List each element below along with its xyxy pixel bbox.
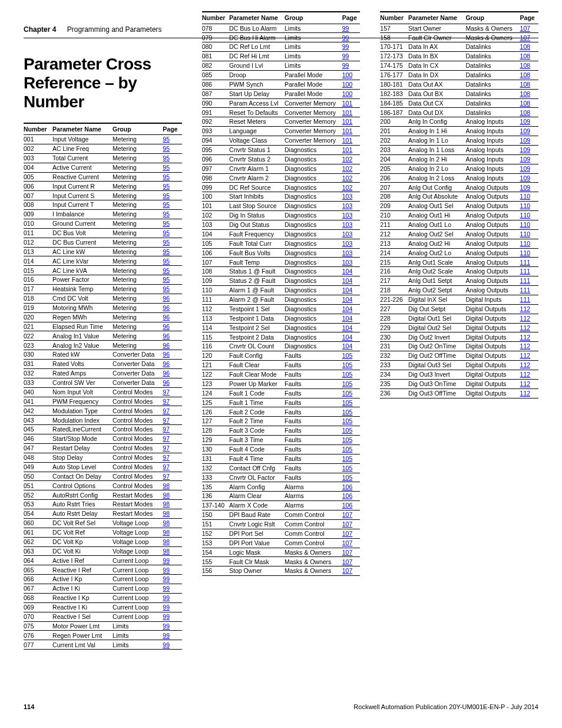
- page-link[interactable]: 112: [520, 334, 531, 341]
- page-link[interactable]: 108: [520, 62, 531, 69]
- page-link[interactable]: 105: [342, 352, 353, 359]
- page-link[interactable]: 95: [163, 248, 170, 255]
- page-link[interactable]: 95: [163, 201, 170, 208]
- page-link[interactable]: 95: [163, 285, 170, 292]
- page-link[interactable]: 101: [342, 146, 353, 153]
- page-link[interactable]: 105: [342, 361, 353, 368]
- page-link[interactable]: 97: [163, 388, 170, 396]
- page-link[interactable]: 108: [520, 109, 531, 116]
- page-link[interactable]: 99: [163, 575, 170, 582]
- page-link[interactable]: 105: [342, 399, 353, 406]
- page-link[interactable]: 96: [163, 370, 170, 377]
- page-link[interactable]: 96: [163, 314, 170, 321]
- page-link[interactable]: 99: [163, 604, 170, 611]
- page-link[interactable]: 95: [163, 154, 170, 162]
- page-link[interactable]: 109: [520, 118, 531, 125]
- page-link[interactable]: 112: [520, 305, 531, 312]
- page-link[interactable]: 107: [520, 34, 531, 41]
- page-link[interactable]: 104: [342, 296, 353, 303]
- page-link[interactable]: 99: [342, 43, 349, 50]
- page-link[interactable]: 97: [163, 426, 170, 433]
- page-link[interactable]: 112: [520, 315, 531, 322]
- page-link[interactable]: 109: [520, 156, 531, 163]
- page-link[interactable]: 105: [342, 465, 353, 472]
- page-link[interactable]: 95: [163, 276, 170, 283]
- page-link[interactable]: 95: [163, 145, 170, 152]
- page-link[interactable]: 109: [520, 174, 531, 182]
- page-link[interactable]: 107: [520, 25, 531, 32]
- page-link[interactable]: 99: [163, 557, 170, 564]
- page-link[interactable]: 95: [163, 192, 170, 199]
- page-link[interactable]: 112: [520, 380, 531, 387]
- page-link[interactable]: 111: [520, 277, 531, 284]
- page-link[interactable]: 98: [163, 500, 170, 508]
- page-link[interactable]: 110: [520, 230, 531, 238]
- page-link[interactable]: 97: [163, 473, 170, 480]
- page-link[interactable]: 108: [520, 43, 531, 50]
- page-link[interactable]: 98: [163, 519, 170, 526]
- page-link[interactable]: 95: [163, 220, 170, 227]
- page-link[interactable]: 97: [163, 435, 170, 442]
- page-link[interactable]: 97: [163, 407, 170, 414]
- page-link[interactable]: 108: [520, 52, 531, 60]
- page-link[interactable]: 101: [342, 137, 353, 144]
- page-link[interactable]: 99: [342, 34, 349, 41]
- page-link[interactable]: 99: [342, 52, 349, 60]
- page-link[interactable]: 95: [163, 210, 170, 218]
- page-link[interactable]: 102: [342, 165, 353, 172]
- page-link[interactable]: 109: [520, 165, 531, 172]
- page-link[interactable]: 100: [342, 71, 353, 78]
- page-link[interactable]: 96: [163, 342, 170, 349]
- page-link[interactable]: 110: [520, 202, 531, 209]
- page-link[interactable]: 98: [163, 529, 170, 536]
- page-link[interactable]: 110: [520, 240, 531, 247]
- page-link[interactable]: 112: [520, 371, 531, 378]
- page-link[interactable]: 95: [163, 229, 170, 236]
- page-link[interactable]: 103: [342, 259, 353, 266]
- page-link[interactable]: 99: [342, 25, 349, 32]
- page-link[interactable]: 108: [520, 90, 531, 97]
- page-link[interactable]: 97: [163, 398, 170, 405]
- page-link[interactable]: 96: [163, 323, 170, 330]
- page-link[interactable]: 99: [163, 613, 170, 620]
- page-link[interactable]: 103: [342, 212, 353, 219]
- page-link[interactable]: 95: [163, 267, 170, 274]
- page-link[interactable]: 96: [163, 295, 170, 302]
- page-link[interactable]: 98: [163, 548, 170, 555]
- page-link[interactable]: 106: [342, 483, 353, 490]
- page-link[interactable]: 97: [163, 444, 170, 452]
- page-link[interactable]: 104: [342, 315, 353, 322]
- page-link[interactable]: 103: [342, 230, 353, 238]
- page-link[interactable]: 95: [163, 258, 170, 265]
- page-link[interactable]: 109: [520, 184, 531, 191]
- page-link[interactable]: 109: [520, 127, 531, 134]
- page-link[interactable]: 110: [520, 193, 531, 200]
- page-link[interactable]: 111: [520, 259, 531, 266]
- page-link[interactable]: 107: [342, 511, 353, 518]
- page-link[interactable]: 100: [342, 90, 353, 97]
- page-link[interactable]: 112: [520, 324, 531, 331]
- page-link[interactable]: 105: [342, 409, 353, 416]
- page-link[interactable]: 101: [342, 118, 353, 125]
- page-link[interactable]: 108: [520, 71, 531, 78]
- page-link[interactable]: 97: [163, 454, 170, 461]
- page-link[interactable]: 106: [342, 492, 353, 499]
- page-link[interactable]: 107: [342, 549, 353, 556]
- page-link[interactable]: 109: [520, 146, 531, 153]
- page-link[interactable]: 103: [342, 240, 353, 247]
- page-link[interactable]: 105: [342, 474, 353, 481]
- page-link[interactable]: 104: [342, 286, 353, 294]
- page-link[interactable]: 95: [163, 164, 170, 171]
- page-link[interactable]: 110: [520, 249, 531, 256]
- page-link[interactable]: 104: [342, 277, 353, 284]
- page-link[interactable]: 98: [163, 492, 170, 499]
- page-link[interactable]: 107: [342, 530, 353, 537]
- page-link[interactable]: 98: [163, 482, 170, 489]
- page-link[interactable]: 104: [342, 305, 353, 312]
- page-link[interactable]: 111: [520, 268, 531, 275]
- page-link[interactable]: 110: [520, 212, 531, 219]
- page-link[interactable]: 103: [342, 202, 353, 209]
- page-link[interactable]: 112: [520, 361, 531, 368]
- page-link[interactable]: 104: [342, 342, 353, 350]
- page-link[interactable]: 107: [342, 539, 353, 546]
